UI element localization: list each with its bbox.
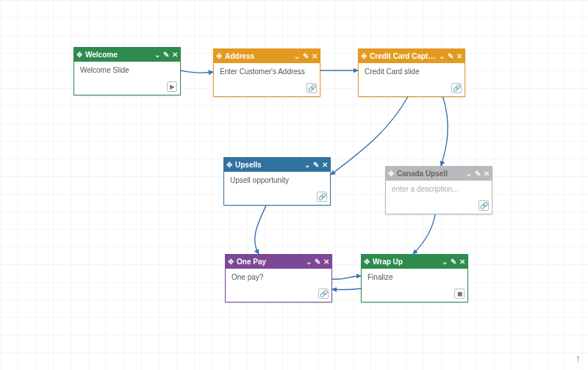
chevron-down-icon[interactable]: ⌄ <box>294 52 300 60</box>
edit-icon[interactable]: ✎ <box>303 52 309 60</box>
close-icon[interactable]: ✕ <box>484 170 490 178</box>
close-icon[interactable]: ✕ <box>456 52 462 60</box>
drag-icon[interactable]: ✥ <box>216 52 222 60</box>
node-upsells[interactable]: ✥ Upsells ⌄ ✎ ✕ Upsell opportunity 🔗 <box>223 157 331 206</box>
start-icon[interactable]: ▶ <box>167 81 177 92</box>
node-title: Address <box>225 52 291 60</box>
drag-icon[interactable]: ✥ <box>364 258 370 266</box>
node-title: Credit Card Capture <box>370 52 436 60</box>
link-icon[interactable]: 🔗 <box>306 83 317 93</box>
node-description: Finalize <box>368 273 392 281</box>
edge-canada-to-wrapup <box>413 214 435 254</box>
edge-upsells-to-onepay <box>255 206 266 254</box>
drag-icon[interactable]: ✥ <box>226 161 232 169</box>
node-credit-card-capture[interactable]: ✥ Credit Card Capture ⌄ ✎ ✕ Credit Card … <box>358 48 465 97</box>
stop-icon[interactable]: ◼ <box>454 289 465 299</box>
edge-onepay-to-wrapup <box>332 276 361 279</box>
edge-welcome-to-address <box>181 70 213 73</box>
chevron-down-icon[interactable]: ⌄ <box>154 51 160 59</box>
chevron-down-icon[interactable]: ⌄ <box>306 258 312 266</box>
node-title: One Pay <box>237 258 303 266</box>
edit-icon[interactable]: ✎ <box>313 161 319 169</box>
close-icon[interactable]: ✕ <box>323 258 329 266</box>
drag-icon[interactable]: ✥ <box>388 170 394 178</box>
node-address[interactable]: ✥ Address ⌄ ✎ ✕ Enter Customer's Address… <box>213 48 320 97</box>
chevron-down-icon[interactable]: ⌄ <box>442 258 448 266</box>
back-to-top-icon[interactable]: ↑ <box>576 352 581 364</box>
close-icon[interactable]: ✕ <box>172 51 178 59</box>
node-welcome[interactable]: ✥ Welcome ⌄ ✎ ✕ Welcome Slide ▶ <box>74 47 181 95</box>
edge-ccc-to-upsells <box>331 95 409 175</box>
edit-icon[interactable]: ✎ <box>451 258 456 266</box>
edge-ccc-to-canada <box>441 95 448 166</box>
edge-wrapup-to-onepay <box>332 289 361 290</box>
link-icon[interactable]: 🔗 <box>451 83 462 93</box>
close-icon[interactable]: ✕ <box>322 161 328 169</box>
node-description: Enter Customer's Address <box>220 68 305 76</box>
drag-icon[interactable]: ✥ <box>228 258 234 266</box>
chevron-down-icon[interactable]: ⌄ <box>439 52 445 60</box>
node-description: Credit Card slide <box>365 68 419 76</box>
node-title: Welcome <box>85 51 151 59</box>
edit-icon[interactable]: ✎ <box>315 258 320 266</box>
node-canada-upsell[interactable]: ✥ Canada Upsell ⌄ ✎ ✕ enter a descriptio… <box>385 166 492 214</box>
node-wrap-up[interactable]: ✥ Wrap Up ⌄ ✎ ✕ Finalize ◼ <box>361 254 468 302</box>
node-description: enter a description... <box>392 185 459 193</box>
close-icon[interactable]: ✕ <box>312 52 318 60</box>
node-description: One pay? <box>232 273 263 281</box>
chevron-down-icon[interactable]: ⌄ <box>304 161 310 169</box>
drag-icon[interactable]: ✥ <box>76 51 82 59</box>
node-one-pay[interactable]: ✥ One Pay ⌄ ✎ ✕ One pay? 🔗 <box>225 254 332 302</box>
close-icon[interactable]: ✕ <box>459 258 465 266</box>
node-title: Canada Upsell <box>397 170 463 178</box>
node-description: Welcome Slide <box>80 66 129 74</box>
link-icon[interactable]: 🔗 <box>478 200 489 211</box>
flow-canvas[interactable]: ✥ Welcome ⌄ ✎ ✕ Welcome Slide ▶ ✥ Addres… <box>0 0 588 370</box>
edit-icon[interactable]: ✎ <box>163 51 169 59</box>
node-title: Wrap Up <box>373 258 439 266</box>
edit-icon[interactable]: ✎ <box>448 52 453 60</box>
node-title: Upsells <box>235 161 301 169</box>
chevron-down-icon[interactable]: ⌄ <box>466 170 472 178</box>
node-description: Upsell opportunity <box>230 176 289 184</box>
edit-icon[interactable]: ✎ <box>475 170 481 178</box>
link-icon[interactable]: 🔗 <box>318 289 329 299</box>
drag-icon[interactable]: ✥ <box>361 52 367 60</box>
link-icon[interactable]: 🔗 <box>317 192 327 202</box>
